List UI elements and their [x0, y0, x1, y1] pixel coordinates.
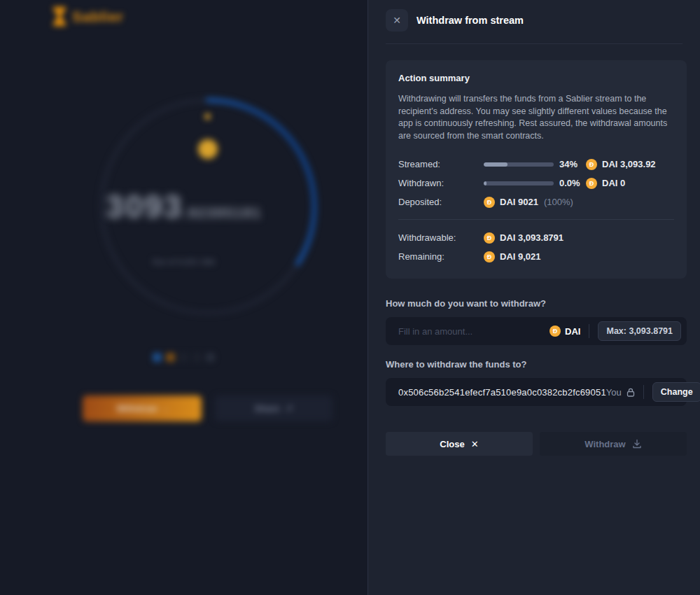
- deposited-amount: DAI 9021: [500, 197, 538, 207]
- pager-item[interactable]: [179, 353, 188, 362]
- withdraw-modal: ✕ Withdraw from stream Action summary Wi…: [368, 0, 700, 595]
- withdrawable-amount: DAI 3,093.8791: [500, 232, 564, 243]
- streamed-percent: 34%: [559, 159, 586, 169]
- share-icon: ↗: [286, 403, 293, 414]
- streamed-progress-bar: [484, 162, 554, 167]
- deposited-label: Deposited:: [398, 197, 484, 207]
- deposited-note: (100%): [544, 197, 573, 207]
- recipient-section-label: Where to withdraw the funds to?: [386, 359, 687, 370]
- you-indicator: You: [606, 387, 635, 398]
- logo-text: Sablier: [72, 8, 124, 25]
- dai-icon: Đ: [484, 232, 495, 244]
- modal-title: Withdraw from stream: [416, 15, 524, 26]
- remaining-row: Remaining: Đ DAI 9,021: [398, 247, 674, 266]
- streamed-label: Streamed:: [398, 159, 484, 169]
- download-icon: ↓: [163, 403, 168, 414]
- pager-item[interactable]: [192, 353, 202, 362]
- small-dot-icon: [204, 113, 211, 120]
- background-share-button[interactable]: Share ↗: [215, 396, 332, 421]
- streamed-amount-display: 3093.92395181: [0, 188, 368, 225]
- background-withdraw-button[interactable]: Withdraw ↓: [83, 396, 202, 421]
- dai-icon: Đ: [550, 326, 561, 337]
- withdraw-button-label: Withdraw: [584, 439, 625, 449]
- streamed-row: Streamed: 34% Đ DAI 3,093.92: [398, 155, 674, 174]
- remaining-label: Remaining:: [398, 251, 484, 262]
- remaining-amount: DAI 9,021: [500, 251, 541, 262]
- sablier-logo: Sablier: [53, 7, 124, 26]
- close-button[interactable]: Close ✕: [386, 432, 533, 456]
- modal-footer: Close ✕ Withdraw: [386, 432, 687, 456]
- you-label: You: [606, 387, 622, 398]
- withdraw-button[interactable]: Withdraw: [540, 432, 687, 456]
- token-symbol: DAI: [565, 326, 580, 337]
- dai-icon: Đ: [484, 251, 495, 262]
- field-separator: [643, 385, 644, 399]
- close-icon[interactable]: ✕: [386, 9, 408, 31]
- withdrawn-amount: DAI 0: [602, 178, 625, 188]
- amount-section-label: How much do you want to withdraw?: [386, 298, 687, 309]
- max-button[interactable]: Max: 3,093.8791: [598, 321, 681, 341]
- dai-icon: Đ: [586, 159, 597, 170]
- lock-icon: [626, 388, 635, 397]
- action-summary-card: Action summary Withdrawing will transfer…: [386, 60, 687, 279]
- amount-integer: 3093: [106, 188, 183, 225]
- dai-icon: Đ: [586, 178, 597, 189]
- pager-item-orange[interactable]: [166, 353, 175, 362]
- withdrawable-label: Withdrawable:: [398, 232, 484, 243]
- token-badge: Đ DAI: [550, 326, 580, 337]
- stream-pager: [0, 353, 368, 362]
- background-withdraw-label: Withdraw: [117, 403, 158, 414]
- pager-item-circle[interactable]: [206, 353, 215, 362]
- withdrawn-percent: 0.0%: [559, 178, 586, 188]
- action-summary-description: Withdrawing will transfers the funds fro…: [398, 93, 674, 142]
- field-separator: [589, 324, 589, 338]
- download-icon: [632, 439, 642, 449]
- withdrawn-row: Withdrawn: 0.0% Đ DAI 0: [398, 174, 674, 192]
- recipient-address: 0x506c56b2541efecf7a510e9a0c0382cb2fc690…: [398, 387, 606, 398]
- change-button[interactable]: Change: [652, 382, 700, 402]
- withdrawable-row: Withdrawable: Đ DAI 3,093.8791: [398, 228, 674, 247]
- deposited-row: Deposited: Đ DAI 9021 (100%): [398, 192, 674, 211]
- background-share-label: Share: [254, 403, 279, 414]
- dai-icon: Đ: [484, 197, 495, 208]
- amount-field: Đ DAI Max: 3,093.8791: [386, 317, 687, 345]
- summary-divider: [398, 219, 674, 220]
- streamed-amount: DAI 3,093.92: [602, 159, 656, 169]
- hourglass-icon: [53, 7, 66, 26]
- background-page: Sablier 3093.92395181 Out of 9,021 DAI W…: [0, 0, 368, 595]
- amount-subtitle: Out of 9,021 DAI: [0, 258, 368, 266]
- modal-header: ✕ Withdraw from stream: [368, 0, 700, 41]
- action-summary-title: Action summary: [398, 73, 674, 83]
- withdrawn-progress-bar: [484, 181, 554, 186]
- amount-fraction: .92395181: [183, 205, 262, 220]
- pager-item-blue[interactable]: [153, 353, 162, 362]
- recipient-field: 0x506c56b2541efecf7a510e9a0c0382cb2fc690…: [386, 378, 687, 406]
- dai-coin-icon: [198, 139, 218, 159]
- amount-input[interactable]: [398, 326, 550, 337]
- close-button-label: Close: [440, 439, 464, 449]
- withdrawn-label: Withdrawn:: [398, 178, 484, 188]
- close-x-icon: ✕: [471, 439, 479, 449]
